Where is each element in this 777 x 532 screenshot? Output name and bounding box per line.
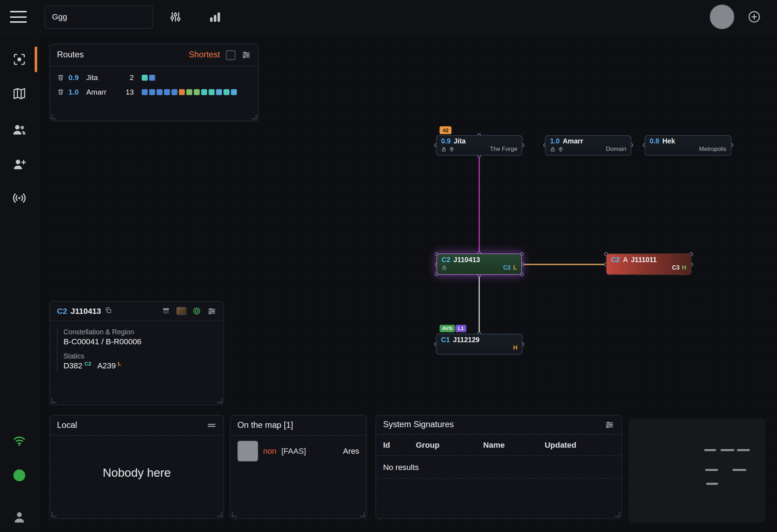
sidebar-item-profile[interactable] (0, 503, 38, 531)
pin-icon (558, 146, 563, 152)
route-jump-square (142, 74, 148, 80)
minimap[interactable] (628, 418, 766, 522)
shortest-checkbox[interactable] (226, 50, 235, 60)
route-row: 1.0 Amarr 13 (50, 85, 258, 99)
pilot-avatar (237, 441, 258, 462)
trash-icon[interactable] (57, 88, 65, 96)
map-node-j111011[interactable]: C2 A J111011 C3 H (606, 254, 691, 275)
minimap-mark (704, 449, 716, 451)
lock-icon (441, 146, 446, 152)
minimap-mark (732, 469, 746, 471)
route-jump-squares (142, 89, 237, 95)
sidebar-item-signals[interactable] (0, 184, 38, 212)
signatures-header: System Signatures (376, 415, 621, 434)
kills-badge: 42 (440, 126, 452, 134)
route-security: 1.0 (68, 87, 82, 96)
routes-settings-icon[interactable] (241, 50, 251, 60)
person-add-icon (11, 156, 27, 172)
signatures-title: System Signatures (383, 420, 454, 430)
route-row: 0.9 Jita 2 (50, 70, 258, 85)
local-header: Local (50, 415, 223, 436)
local-menu-icon[interactable] (207, 420, 217, 430)
system-thumbnail[interactable] (177, 307, 186, 315)
copy-icon[interactable] (105, 306, 112, 314)
route-jump-square (179, 89, 185, 95)
region-name: Domain (606, 146, 626, 153)
route-destination[interactable]: Amarr (86, 87, 117, 96)
static-2-effect: L (118, 361, 121, 367)
tracking-icon (12, 52, 27, 67)
map-node-j110413[interactable]: C2 J110413 C2 L (437, 254, 522, 275)
system-class: C2 (57, 307, 67, 316)
security-status: 1.0 (550, 137, 560, 145)
static-effect: H (513, 344, 517, 351)
map-name-input[interactable] (45, 12, 152, 21)
status-dot (13, 469, 25, 481)
map-icon (12, 86, 27, 101)
column-updated[interactable]: Updated (544, 441, 614, 449)
resize-handle[interactable] (615, 512, 620, 517)
local-empty-text: Nobody here (103, 466, 171, 480)
pilot-corp: [FAAS] (281, 447, 306, 455)
map-node-hek[interactable]: 0.8 Hek Metropolis (645, 135, 732, 155)
on-the-map-title: On the map [1] (237, 420, 293, 430)
add-map-icon[interactable] (747, 10, 761, 24)
resize-handle[interactable] (51, 114, 56, 119)
statics-label: Statics (63, 352, 217, 360)
sidebar-item-add-character[interactable] (0, 150, 38, 178)
route-jump-squares (142, 74, 155, 80)
pilot-row[interactable]: non [FAAS] Ares (230, 436, 366, 466)
column-name[interactable]: Name (483, 441, 544, 449)
on-the-map-header: On the map [1] (230, 415, 366, 436)
system-name: Amarr (563, 137, 583, 145)
sidebar-item-tracking[interactable] (0, 46, 38, 73)
minimap-mark (737, 449, 750, 451)
user-avatar[interactable] (710, 5, 734, 29)
resize-handle[interactable] (360, 512, 365, 517)
route-jump-square (201, 89, 207, 95)
system-settings-icon[interactable] (207, 306, 217, 316)
resize-handle[interactable] (51, 512, 56, 517)
pilot-ship: Ares (343, 447, 359, 455)
map-node-j112129[interactable]: AVG L1 C1 J112129 H (436, 334, 522, 355)
route-jump-square (216, 89, 222, 95)
route-destination[interactable]: Jita (86, 73, 117, 82)
map-node-jita[interactable]: 42 0.9 Jita The Forge (436, 135, 522, 155)
resize-handle[interactable] (217, 512, 222, 517)
menu-icon[interactable] (10, 11, 27, 23)
signatures-settings-icon[interactable] (605, 420, 615, 430)
resize-handle[interactable] (252, 114, 257, 119)
active-indicator (35, 46, 37, 72)
local-body: Nobody here (50, 436, 223, 510)
static-1-class: C2 (84, 361, 91, 367)
system-name: J110413 (453, 255, 480, 263)
static-2: A239 (97, 362, 116, 370)
filter-settings-icon[interactable] (169, 10, 182, 23)
local-title: Local (57, 420, 77, 430)
map-node-amarr[interactable]: 1.0 Amarr Domain (545, 135, 631, 155)
static-class: C2 (503, 264, 510, 271)
system-name: J112129 (453, 336, 480, 344)
trash-icon[interactable] (57, 74, 65, 81)
signatures-empty-text: No results (376, 456, 621, 479)
resize-handle[interactable] (232, 512, 237, 517)
sidebar-item-maps[interactable] (0, 80, 38, 107)
route-security: 0.9 (68, 73, 82, 82)
column-id[interactable]: Id (383, 441, 416, 449)
resize-handle[interactable] (51, 398, 56, 403)
activity-chart-icon[interactable] (208, 10, 223, 24)
map-name-box (45, 5, 153, 29)
route-jump-square (142, 89, 148, 95)
sidebar-item-characters[interactable] (0, 115, 38, 143)
target-icon[interactable] (192, 306, 201, 315)
route-mode-toggle[interactable]: Shortest (189, 50, 220, 60)
resize-handle[interactable] (217, 398, 222, 403)
security-status: 0.9 (441, 137, 451, 145)
topbar-right (710, 5, 761, 29)
minimap-mark (721, 449, 734, 451)
system-info-body: Constellation & Region B-C00041 / B-R000… (50, 321, 223, 370)
system-name: Hek (662, 137, 675, 145)
column-group[interactable]: Group (416, 441, 483, 449)
route-jump-square (157, 89, 163, 95)
archive-icon[interactable] (162, 306, 171, 315)
